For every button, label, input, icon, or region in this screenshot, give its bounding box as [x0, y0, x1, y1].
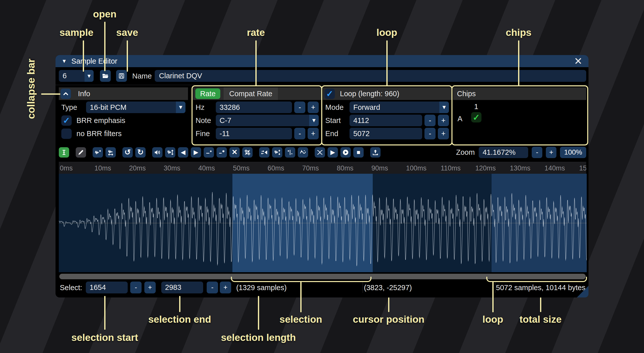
loop-start-plus-button[interactable]: + — [438, 115, 449, 126]
hz-plus-button[interactable]: + — [308, 102, 319, 113]
chevron-up-icon — [62, 90, 69, 97]
sample-selector-value: 6 — [63, 72, 67, 80]
annotation-line-total-size — [540, 297, 541, 312]
chevron-down-icon[interactable]: ▼ — [176, 102, 185, 113]
annotation-loop-bottom-label: loop — [482, 314, 503, 325]
delete-button[interactable]: ✕ — [229, 147, 240, 158]
signed-unsigned-button[interactable] — [285, 147, 295, 158]
fade-in-button[interactable]: ◀ — [178, 147, 188, 158]
folder-open-icon — [102, 72, 109, 79]
annotation-selection-start-label: selection start — [71, 332, 138, 343]
loop-start-minus-button[interactable]: - — [424, 115, 436, 126]
chevron-down-icon[interactable]: ▼ — [85, 70, 94, 82]
zoom-out-button[interactable]: - — [532, 147, 542, 158]
zoom-input[interactable]: 41.1672% — [479, 147, 528, 158]
window-title: Sample Editor — [71, 57, 117, 65]
annotation-sample-label: sample — [60, 27, 93, 38]
fade-out-button[interactable]: ▶ — [191, 147, 201, 158]
selection-end-plus-button[interactable]: + — [220, 282, 231, 293]
time-tick: 70ms — [302, 164, 319, 172]
checkbox-label: BRR emphasis — [76, 116, 125, 125]
info-panel-title: Info — [78, 90, 90, 98]
hz-minus-button[interactable]: - — [294, 102, 305, 113]
stop-preview-button[interactable]: ■ — [353, 147, 364, 158]
chip-enable-checkbox[interactable]: ✓ — [471, 112, 481, 122]
play-icon: ▶ — [330, 149, 335, 155]
unchecked-checkbox[interactable]: ✓ — [61, 129, 72, 139]
apply-filter-button[interactable] — [298, 147, 308, 158]
chevron-down-icon[interactable]: ▼ — [439, 102, 449, 113]
rate-tab-active[interactable]: Rate — [195, 88, 220, 99]
resize-button[interactable] — [93, 147, 103, 158]
sample-type-value: 16-bit PCM — [90, 103, 126, 112]
checked-checkbox[interactable]: ✓ — [61, 115, 72, 126]
info-panel: Info Type 16-bit PCM ▼ ✓BRR emphasis✓no … — [59, 86, 188, 142]
sample-selector[interactable]: 6 ▼ — [59, 70, 94, 82]
tri-left-icon: ◀ — [181, 149, 185, 155]
sample-type-dropdown[interactable]: 16-bit PCM ▼ — [86, 102, 185, 113]
collapse-bar-button[interactable] — [61, 89, 71, 99]
close-icon[interactable]: ✕ — [574, 56, 582, 66]
apply-silence-button[interactable] — [217, 147, 227, 158]
time-tick: 150ms — [579, 164, 586, 172]
export-sample-button[interactable] — [370, 147, 381, 158]
save-sample-button[interactable] — [116, 70, 127, 82]
loop-mode-dropdown[interactable]: Forward ▼ — [350, 102, 449, 113]
chevron-down-icon[interactable]: ▼ — [309, 115, 319, 126]
preview-button[interactable]: ▶ — [328, 147, 338, 158]
normalize-button[interactable] — [165, 147, 175, 158]
loop-enable-checkbox[interactable]: ✓ — [325, 89, 335, 99]
waveform-display[interactable] — [59, 174, 587, 272]
time-tick: 120ms — [475, 164, 496, 172]
crop-icon — [244, 149, 251, 156]
compat-rate-tab[interactable]: Compat Rate — [224, 87, 278, 100]
selection-start-plus-button[interactable]: + — [144, 282, 156, 293]
resize-grip[interactable] — [577, 286, 588, 297]
edit-mode-select-button[interactable] — [59, 147, 69, 158]
amplify-button[interactable] — [152, 147, 163, 158]
invert-button[interactable] — [272, 147, 282, 158]
zoom-in-button[interactable]: + — [546, 147, 556, 158]
scrollbar-thumb[interactable] — [59, 274, 586, 279]
loop-start-input[interactable]: 4112 — [350, 115, 422, 126]
selection-start-minus-button[interactable]: - — [130, 282, 142, 293]
waveform-scrollbar[interactable] — [59, 273, 586, 280]
loop-end-input[interactable]: 5072 — [350, 128, 422, 139]
zoom-reset-button[interactable]: 100% — [560, 147, 586, 158]
time-tick: 60ms — [267, 164, 284, 172]
fine-minus-button[interactable]: - — [294, 128, 305, 139]
selection-end-minus-button[interactable]: - — [207, 282, 218, 293]
loop-panel: ✓ Loop (length: 960) Mode Forward ▼ Star… — [323, 86, 451, 142]
loop-end-plus-button[interactable]: + — [438, 128, 449, 139]
resample-button[interactable] — [105, 147, 116, 158]
window-collapse-caret-icon[interactable]: ▼ — [62, 58, 67, 64]
selection-start-input[interactable]: 1654 — [86, 282, 128, 293]
undo-button[interactable]: ↺ — [122, 147, 133, 158]
crossfade-button[interactable] — [315, 147, 325, 158]
rate-panel-header: Rate Compat Rate — [193, 87, 321, 100]
total-size-text: 5072 samples, 10144 bytes — [496, 284, 585, 292]
hz-input[interactable]: 33286 — [216, 102, 292, 113]
fine-plus-button[interactable]: + — [308, 128, 319, 139]
loop-end-minus-button[interactable]: - — [424, 128, 436, 139]
time-tick: 10ms — [94, 164, 111, 172]
insert-silence-button[interactable] — [204, 147, 214, 158]
stop-icon: ■ — [357, 149, 360, 155]
edit-mode-draw-button[interactable] — [76, 147, 86, 158]
annotation-open-label: open — [93, 9, 116, 20]
note-input[interactable]: C-7▼ — [216, 115, 319, 126]
trim-button[interactable] — [242, 147, 253, 158]
type-label: Type — [61, 103, 86, 112]
sample-name-input[interactable]: Clarinet DQV — [155, 70, 586, 82]
fine-input[interactable]: -11 — [216, 128, 292, 139]
selection-end-input[interactable]: 2983 — [161, 282, 203, 293]
rate-note-row: NoteC-7▼ — [196, 115, 319, 126]
titlebar[interactable]: ▼ Sample Editor ✕ — [56, 55, 588, 67]
open-sample-button[interactable] — [100, 70, 111, 82]
loop-start-row: Start4112-+ — [325, 115, 449, 126]
annotation-selection-end-label: selection end — [148, 314, 211, 325]
zoom-cluster: Zoom 41.1672% - + 100% — [456, 147, 586, 158]
redo-button[interactable]: ↻ — [135, 147, 146, 158]
reverse-button[interactable] — [259, 147, 270, 158]
preview-loop-button[interactable] — [340, 147, 351, 158]
